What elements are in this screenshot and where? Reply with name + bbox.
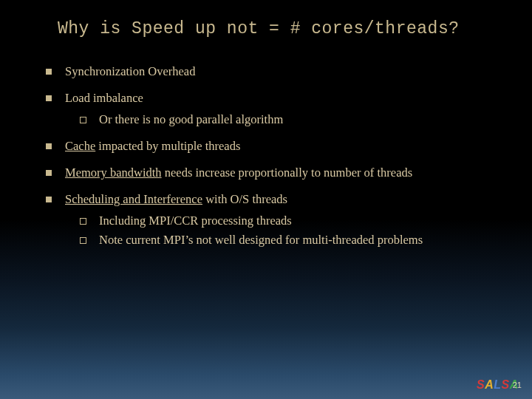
sub-bullet-item: Or there is no good parallel algorithm [65,112,502,128]
bullet-text-underlined: Scheduling and Interference [65,192,202,206]
bullet-text: Synchronization Overhead [65,64,195,78]
sub-bullet-text: Or there is no good parallel algorithm [99,112,283,126]
slide-title: Why is Speed up not = # cores/threads? [0,0,532,38]
logo-letter: S [502,378,510,391]
bullet-text-underlined: Memory bandwidth [65,166,162,180]
bullet-item: Synchronization Overhead [46,64,502,80]
sub-bullet-list: Including MPI/CCR processing threads Not… [65,213,502,249]
bullet-list: Synchronization Overhead Load imbalance … [46,64,502,248]
sub-bullet-item: Including MPI/CCR processing threads [65,213,502,229]
bullet-item: Cache impacted by multiple threads [46,138,502,154]
slide-body: Synchronization Overhead Load imbalance … [0,38,532,248]
bullet-text-underlined: Cache [65,139,95,153]
bullet-text: Load imbalance [65,91,143,105]
bullet-item: Memory bandwidth needs increase proporti… [46,165,502,181]
bullet-item: Scheduling and Interference with O/S thr… [46,191,502,248]
footer: SALSA 21 [477,378,522,392]
logo-letter: S [477,378,485,391]
sub-bullet-text: Including MPI/CCR processing threads [99,214,292,228]
page-number: 21 [513,381,522,389]
logo-letter: L [494,378,501,391]
bullet-text: impacted by multiple threads [95,139,240,153]
sub-bullet-text: Note current MPI’s not well designed for… [99,233,423,247]
slide: Why is Speed up not = # cores/threads? S… [0,0,532,399]
bullet-text: with O/S threads [202,192,287,206]
bullet-item: Load imbalance Or there is no good paral… [46,90,502,128]
sub-bullet-item: Note current MPI’s not well designed for… [65,232,502,248]
sub-bullet-list: Or there is no good parallel algorithm [65,112,502,128]
bullet-text: needs increase proportionally to number … [162,166,413,180]
logo-letter: A [485,378,494,391]
